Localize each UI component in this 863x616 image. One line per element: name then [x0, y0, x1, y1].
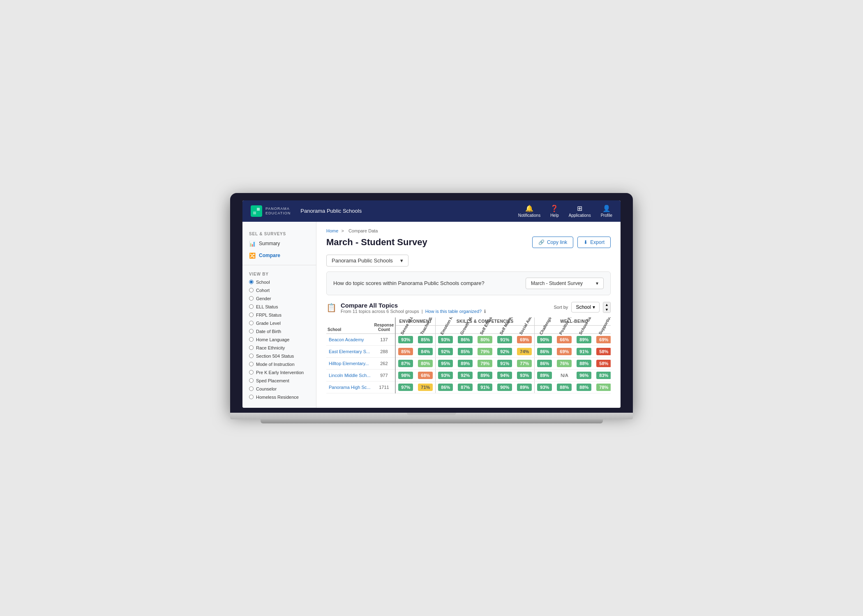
score-cell-self_mgmt: 92%	[495, 345, 515, 357]
compare-header: 📋 Compare All Topics From 11 topics acro…	[326, 302, 611, 314]
score-cell-self_efficacy: 79%	[475, 345, 495, 357]
laptop-base	[230, 413, 633, 419]
profile-button[interactable]: 👤 Profile	[601, 205, 612, 218]
sidebar-item-summary[interactable]: 📊 Summary	[242, 238, 316, 250]
compare-icon: 🔀	[249, 253, 256, 259]
header-actions: 🔗 Copy link ⬇ Export	[532, 237, 611, 248]
response-count-cell: 1711	[373, 381, 396, 393]
score-cell-positive: 88%	[554, 381, 574, 393]
sort-dropdown[interactable]: School ▾	[571, 302, 600, 313]
chevron-down-icon: ▾	[400, 257, 403, 264]
positive-header: Positive Feelings	[554, 325, 574, 333]
laptop-notch	[407, 413, 456, 415]
notifications-button[interactable]: 🔔 Notifications	[518, 205, 540, 218]
table-row: Beacon Academy13793%85%93%86%80%91%69%90…	[326, 333, 611, 345]
radio-date-of-birth[interactable]: Date of Birth	[242, 327, 316, 336]
score-cell-supportive: 58%	[594, 345, 611, 357]
table-row: Lincoln Middle Sch...97798%68%93%92%89%9…	[326, 369, 611, 381]
radio-pre-k[interactable]: Pre K Early Intervention	[242, 368, 316, 377]
radio-homeless[interactable]: Homeless Residence	[242, 393, 316, 401]
sort-down-arrow[interactable]: ▼	[603, 307, 610, 313]
score-cell-growth_mindset: 86%	[455, 333, 475, 345]
score-cell-social_awareness: 89%	[515, 381, 535, 393]
radio-home-language[interactable]: Home Language	[242, 336, 316, 344]
download-icon: ⬇	[584, 239, 588, 245]
score-cell-growth_mindset: 89%	[455, 357, 475, 369]
score-cell-challenging: 86%	[535, 357, 555, 369]
sidebar-divider	[242, 265, 316, 265]
score-cell-positive: 69%	[554, 345, 574, 357]
radio-sped[interactable]: Sped Placement	[242, 377, 316, 385]
table-row: Hilltop Elementary...26287%80%95%89%79%9…	[326, 357, 611, 369]
score-cell-emotion_reg: 93%	[436, 333, 456, 345]
radio-school[interactable]: School	[242, 278, 316, 286]
radio-mode-instruction[interactable]: Mode of Instruction	[242, 360, 316, 368]
self-efficacy-header: Self Efficacy	[475, 325, 495, 333]
score-cell-self_mgmt: 91%	[495, 357, 515, 369]
score-cell-emotion_reg: 93%	[436, 369, 456, 381]
social-awareness-header: Social Awareness	[515, 325, 535, 333]
radio-cohort[interactable]: Cohort	[242, 286, 316, 294]
radio-gender[interactable]: Gender	[242, 294, 316, 303]
school-name-cell[interactable]: East Elementary S...	[326, 345, 373, 357]
compare-title-block: 📋 Compare All Topics From 11 topics acro…	[326, 302, 486, 314]
compare-title: Compare All Topics	[341, 302, 486, 309]
radio-grade-level[interactable]: Grade Level	[242, 319, 316, 327]
breadcrumb-home[interactable]: Home	[326, 228, 338, 233]
help-button[interactable]: ❓ Help	[550, 205, 559, 218]
score-cell-challenging: 90%	[535, 333, 555, 345]
sort-order-arrows[interactable]: ▲ ▼	[603, 302, 611, 313]
score-cell-positive: N/A	[554, 369, 574, 381]
bell-icon: 🔔	[525, 205, 533, 212]
supportive-header: Supportive Relationships	[594, 325, 611, 333]
self-mgmt-header: Self Management	[495, 325, 515, 333]
school-name-cell[interactable]: Beacon Academy	[326, 333, 373, 345]
score-cell-school_safety: 89%	[574, 333, 594, 345]
score-cell-social_awareness: 77%	[515, 357, 535, 369]
score-cell-challenging: 93%	[535, 381, 555, 393]
logo[interactable]: PANORAMA EDUCATION	[251, 205, 291, 217]
sort-by-block: Sort by School ▾ ▲ ▼	[554, 302, 611, 313]
grid-icon: ⊞	[577, 205, 582, 212]
score-cell-teacher_student: 85%	[415, 333, 436, 345]
radio-race-ethnicity[interactable]: Race Ethnicity	[242, 344, 316, 352]
radio-frpl-status[interactable]: FRPL Status	[242, 311, 316, 319]
score-cell-emotion_reg: 95%	[436, 357, 456, 369]
copy-link-button[interactable]: 🔗 Copy link	[532, 237, 573, 248]
sort-up-arrow[interactable]: ▲	[603, 302, 610, 308]
score-cell-growth_mindset: 85%	[455, 345, 475, 357]
teacher-student-header: Teacher-Student Relationships	[415, 325, 436, 333]
challenging-header: Challenging Feelings	[535, 325, 555, 333]
score-cell-self_mgmt: 90%	[495, 381, 515, 393]
score-cell-school_safety: 88%	[574, 381, 594, 393]
score-cell-self_mgmt: 94%	[495, 369, 515, 381]
school-name-cell[interactable]: Lincoln Middle Sch...	[326, 369, 373, 381]
view-by-title: VIEW BY	[242, 269, 316, 278]
radio-ell-status[interactable]: ELL Status	[242, 303, 316, 311]
score-cell-self_efficacy: 80%	[475, 333, 495, 345]
score-cell-school_safety: 91%	[574, 345, 594, 357]
logo-icon	[251, 205, 262, 217]
score-cell-teacher_student: 84%	[415, 345, 436, 357]
applications-button[interactable]: ⊞ Applications	[569, 205, 591, 218]
survey-dropdown[interactable]: March - Student Survey ▾	[526, 278, 604, 289]
school-col-header: School	[326, 317, 373, 334]
table-organized-link[interactable]: How is this table organized?	[425, 309, 482, 314]
score-cell-social_awareness: 74%	[515, 345, 535, 357]
export-button[interactable]: ⬇ Export	[577, 237, 611, 248]
radio-counselor[interactable]: Counselor	[242, 385, 316, 393]
school-name-cell[interactable]: Panorama High Sc...	[326, 381, 373, 393]
org-dropdown[interactable]: Panorama Public Schools ▾	[326, 255, 408, 267]
sidebar-item-compare[interactable]: 🔀 Compare	[242, 250, 316, 262]
score-cell-supportive: 58%	[594, 357, 611, 369]
breadcrumb: Home > Compare Data	[326, 228, 611, 233]
compare-title-group: Compare All Topics From 11 topics across…	[341, 302, 486, 314]
response-count-header: ResponseCount	[373, 317, 396, 334]
response-count-cell: 137	[373, 333, 396, 345]
svg-rect-1	[257, 208, 260, 211]
school-name-cell[interactable]: Hilltop Elementary...	[326, 357, 373, 369]
radio-section504[interactable]: Section 504 Status	[242, 352, 316, 360]
score-cell-school_safety: 88%	[574, 357, 594, 369]
svg-rect-3	[257, 211, 260, 214]
score-cell-social_awareness: 93%	[515, 369, 535, 381]
